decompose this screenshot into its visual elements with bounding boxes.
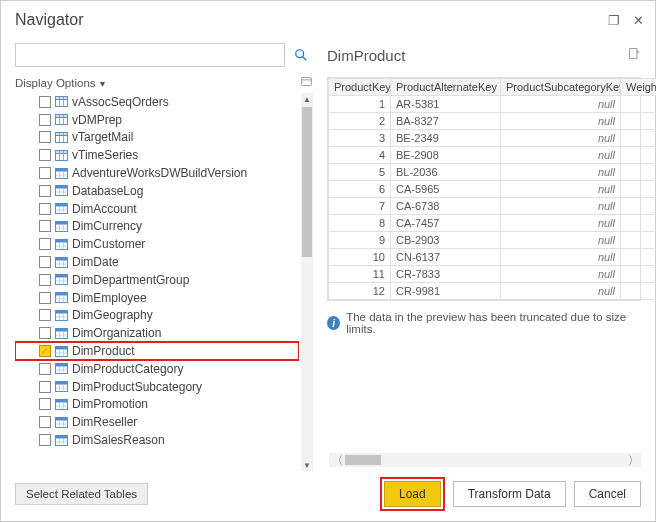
cancel-button[interactable]: Cancel — [574, 481, 641, 507]
checkbox[interactable] — [39, 327, 51, 339]
hscroll-track[interactable] — [345, 455, 625, 465]
tree-item[interactable]: DimPromotion — [15, 396, 299, 414]
cell-altkey: CA-7457 — [391, 215, 501, 232]
column-header[interactable]: ProductAlternateKey — [391, 79, 501, 96]
checkbox[interactable] — [39, 131, 51, 143]
checkbox[interactable] — [39, 203, 51, 215]
table-icon — [55, 203, 68, 214]
checkbox[interactable] — [39, 96, 51, 108]
refresh-icon[interactable] — [300, 75, 313, 91]
tree-item[interactable]: AdventureWorksDWBuildVersion — [15, 164, 299, 182]
table-row[interactable]: 10CN-6137null — [329, 249, 657, 266]
preview-hscrollbar[interactable]: 〈 〉 — [329, 453, 641, 467]
scroll-right-icon[interactable]: 〉 — [625, 453, 641, 467]
restore-icon[interactable]: ❐ — [605, 11, 623, 29]
table-icon — [55, 399, 68, 410]
load-button[interactable]: Load — [384, 481, 441, 507]
tree-item[interactable]: DimSalesReason — [15, 431, 299, 449]
table-row[interactable]: 3BE-2349null — [329, 130, 657, 147]
view-icon — [55, 96, 68, 107]
scroll-thumb[interactable] — [302, 107, 312, 257]
checkbox[interactable] — [39, 114, 51, 126]
svg-rect-41 — [56, 239, 68, 242]
tree-item[interactable]: DimEmployee — [15, 289, 299, 307]
column-header[interactable]: ProductSubcategoryKey — [501, 79, 621, 96]
checkbox[interactable] — [39, 274, 51, 286]
close-icon[interactable]: ✕ — [629, 11, 647, 29]
tree-item[interactable]: vDMPrep — [15, 111, 299, 129]
checkbox[interactable] — [39, 381, 51, 393]
tree-item[interactable]: DimDepartmentGroup — [15, 271, 299, 289]
table-row[interactable]: 6CA-5965null — [329, 181, 657, 198]
table-row[interactable]: 8CA-7457null — [329, 215, 657, 232]
checkbox[interactable] — [39, 238, 51, 250]
tree-item[interactable]: vTimeSeries — [15, 146, 299, 164]
table-row[interactable]: 7CA-6738null — [329, 198, 657, 215]
svg-rect-9 — [56, 115, 68, 118]
search-icon[interactable] — [289, 43, 313, 67]
cell-weight — [621, 147, 657, 164]
titlebar: Navigator ❐ ✕ — [1, 1, 655, 33]
table-icon — [55, 274, 68, 285]
transform-data-button[interactable]: Transform Data — [453, 481, 566, 507]
scroll-up-icon[interactable]: ▲ — [301, 93, 313, 105]
checkbox[interactable] — [39, 149, 51, 161]
tree-item[interactable]: DimProductSubcategory — [15, 378, 299, 396]
tree-item[interactable]: DimReseller — [15, 413, 299, 431]
table-row[interactable]: 5BL-2036null — [329, 164, 657, 181]
tree-item[interactable]: DimCustomer — [15, 235, 299, 253]
table-row[interactable]: 4BE-2908null — [329, 147, 657, 164]
checkbox[interactable] — [39, 185, 51, 197]
display-options-dropdown[interactable]: Display Options ▾ — [15, 75, 313, 91]
scroll-left-icon[interactable]: 〈 — [329, 453, 345, 467]
column-header[interactable]: Weigh — [621, 79, 657, 96]
tree-item[interactable]: vTargetMail — [15, 129, 299, 147]
table-icon — [55, 292, 68, 303]
table-row[interactable]: 2BA-8327null — [329, 113, 657, 130]
column-header[interactable]: ProductKey — [329, 79, 391, 96]
checkbox[interactable] — [39, 416, 51, 428]
table-row[interactable]: 11CR-7833null — [329, 266, 657, 283]
cell-subcatkey: null — [501, 113, 621, 130]
select-related-tables-button[interactable]: Select Related Tables — [15, 483, 148, 505]
tree-scrollbar[interactable]: ▲ ▼ — [301, 93, 313, 471]
cell-productkey: 12 — [329, 283, 391, 300]
tree-item[interactable]: ✓DimProduct — [15, 342, 299, 360]
tree-item[interactable]: DimProductCategory — [15, 360, 299, 378]
tree-item[interactable]: DimOrganization — [15, 324, 299, 342]
tree-item[interactable]: DimGeography — [15, 307, 299, 325]
cell-altkey: BL-2036 — [391, 164, 501, 181]
tree-item[interactable]: vAssocSeqOrders — [15, 93, 299, 111]
svg-rect-51 — [56, 275, 68, 278]
tree-item-label: DimCustomer — [72, 237, 145, 251]
tree-item[interactable]: DimDate — [15, 253, 299, 271]
checkbox[interactable] — [39, 167, 51, 179]
table-row[interactable]: 12CR-9981null — [329, 283, 657, 300]
checkbox[interactable] — [39, 292, 51, 304]
checkbox[interactable] — [39, 398, 51, 410]
tree-item[interactable]: DatabaseLog — [15, 182, 299, 200]
table-row[interactable]: 1AR-5381null — [329, 96, 657, 113]
tree-item[interactable]: DimAccount — [15, 200, 299, 218]
cell-productkey: 10 — [329, 249, 391, 266]
checkbox[interactable] — [39, 256, 51, 268]
preview-options-icon[interactable] — [628, 47, 641, 63]
table-icon — [55, 221, 68, 232]
scroll-down-icon[interactable]: ▼ — [301, 459, 313, 471]
window-title: Navigator — [15, 11, 599, 29]
checkbox[interactable] — [39, 434, 51, 446]
checkbox[interactable] — [39, 220, 51, 232]
tree-item[interactable]: DimCurrency — [15, 218, 299, 236]
cell-altkey: CR-9981 — [391, 283, 501, 300]
checkbox[interactable]: ✓ — [39, 345, 51, 357]
hscroll-thumb[interactable] — [345, 455, 381, 465]
checkbox[interactable] — [39, 309, 51, 321]
cell-altkey: CR-7833 — [391, 266, 501, 283]
search-input[interactable] — [15, 43, 285, 67]
cell-subcatkey: null — [501, 164, 621, 181]
table-row[interactable]: 9CB-2903null — [329, 232, 657, 249]
tree-item-label: DimProductSubcategory — [72, 380, 202, 394]
checkbox[interactable] — [39, 363, 51, 375]
tree-item-label: DimOrganization — [72, 326, 161, 340]
cell-productkey: 2 — [329, 113, 391, 130]
